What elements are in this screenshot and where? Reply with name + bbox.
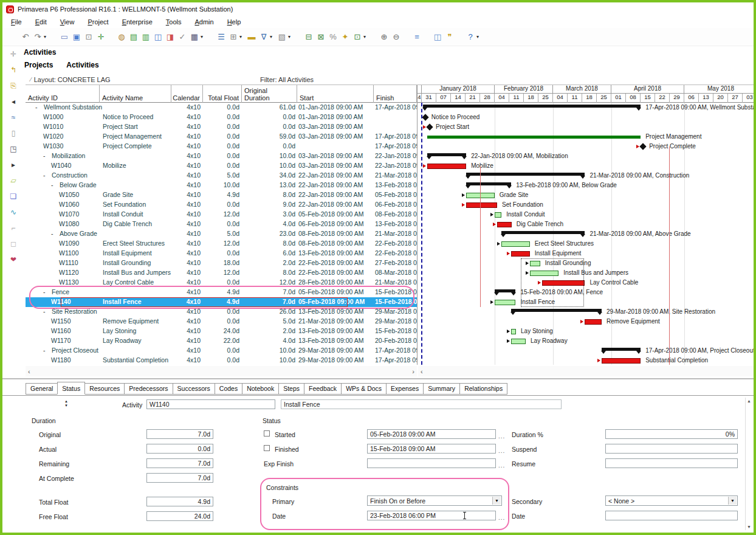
tab-expenses[interactable]: Expenses (386, 383, 424, 395)
rail-risks-icon[interactable]: ❤ (8, 255, 19, 265)
group-row[interactable]: -Above Grade4x105.0d23.0d08-Feb-2018 09:… (26, 229, 417, 239)
comment-icon[interactable]: ❞ (444, 32, 456, 41)
trace-logic-icon-dropdown[interactable]: ▾ (363, 34, 368, 40)
rail-roles-icon[interactable]: ◻ (8, 240, 19, 249)
details-vertical-scrollbar[interactable]: ▲ ▼ (745, 398, 752, 530)
details-scroll-down-icon[interactable]: ▼ (747, 525, 751, 529)
gantt-summary-row[interactable]: 22-Jan-2018 09:00 AM, Mobilization (418, 151, 754, 161)
gantt-summary-row[interactable]: 29-Mar-2018 09:00 AM, Site Restoration (418, 307, 754, 317)
layout-bar[interactable]: ∕ Layout: CONCRETE LAG (26, 74, 417, 85)
fit-icon[interactable]: ⊞ (227, 32, 239, 41)
task-bar[interactable] (495, 300, 515, 305)
summary-bar[interactable] (511, 309, 602, 312)
help-icon[interactable]: ? (464, 32, 476, 41)
tab-summary[interactable]: Summary (423, 383, 460, 395)
summary-bar[interactable] (466, 173, 585, 176)
expander-icon[interactable]: - (35, 103, 38, 111)
fit-icon-dropdown[interactable]: ▾ (239, 34, 244, 40)
gantt-activity-row[interactable]: Grade Site (418, 190, 754, 200)
free-float-field[interactable]: 24.0d (146, 511, 213, 521)
group-row[interactable]: -Construction4x105.0d34.0d22-Jan-2018 09… (26, 171, 417, 181)
column-header-finish[interactable]: Finish (374, 85, 417, 103)
constraint-date-field[interactable]: 23-Feb-2018 06:00 PM (367, 511, 496, 520)
column-header-calendar[interactable]: Calendar (171, 85, 203, 103)
usage-icon[interactable]: % (327, 32, 339, 41)
activity-row[interactable]: W1020Project Management4x100.0d59.0d03-J… (26, 132, 417, 142)
milestone-diamond[interactable] (422, 114, 428, 120)
columns-icon[interactable]: ▦ (188, 32, 201, 41)
secondary-date-field[interactable] (605, 511, 738, 520)
primary-constraint-dropdown-icon[interactable]: ▼ (492, 497, 501, 505)
gantt-activity-row[interactable]: Project Start (418, 122, 754, 132)
filter-icon[interactable]: ∇ (258, 32, 270, 41)
activity-row[interactable]: W1050Grade Site4x104.9d8.0d22-Jan-2018 0… (26, 190, 417, 200)
rail-collapse-icon[interactable]: ◂ (8, 97, 19, 107)
gantt-summary-row[interactable]: 15-Feb-2018 09:00 AM, Fence (418, 288, 754, 297)
task-bar[interactable] (585, 319, 602, 325)
filter-bar[interactable]: Filter: All Activities (260, 74, 314, 85)
layout-options-icon[interactable]: ∕ (30, 76, 32, 83)
expander-icon[interactable]: - (43, 308, 46, 315)
activity-row[interactable]: W1150Remove Equipment4x100.0d5.0d21-Mar-… (26, 317, 417, 326)
task-bar[interactable] (427, 136, 641, 139)
table-horizontal-scrollbar[interactable]: ‹ › (26, 366, 417, 376)
started-date-field[interactable]: 05-Feb-2018 09:00 AM (367, 429, 496, 439)
zoom-out-icon[interactable]: ⊖ (390, 32, 402, 41)
gantt-activity-row[interactable]: Project Management (418, 132, 754, 142)
export-icon[interactable]: ◨ (164, 32, 176, 41)
group-row[interactable]: -Below Grade4x1010.0d13.0d22-Jan-2018 09… (26, 181, 417, 190)
activity-row[interactable]: W1120Install Bus and Jumpers4x1012.0d8.0… (26, 268, 417, 278)
task-bar[interactable] (511, 251, 529, 257)
gantt-activity-row[interactable]: Lay Roadway (418, 336, 754, 346)
column-header-total-float[interactable]: Total Float (203, 85, 242, 103)
secondary-constraint-dropdown-icon[interactable]: ▼ (728, 497, 737, 505)
remaining-duration-field[interactable]: 7.0d (146, 458, 213, 468)
menu-enterprise[interactable]: Enterprise (122, 18, 153, 26)
help-icon-dropdown[interactable]: ▾ (476, 34, 481, 40)
activity-row[interactable]: W1080Dig Cable Trench4x100.0d4.0d06-Feb-… (26, 219, 417, 229)
tab-status[interactable]: Status (57, 382, 85, 395)
progress-line-icon[interactable]: ⊠ (315, 32, 327, 41)
column-header-activity-id[interactable]: Activity ID (26, 85, 100, 103)
original-duration-field[interactable]: 7.0d (146, 429, 213, 439)
highlight-icon[interactable]: ▬ (246, 32, 258, 41)
rail-back-icon[interactable]: ↰ (8, 66, 19, 75)
task-bar[interactable] (511, 339, 526, 344)
activity-row[interactable]: W1100Install Equipment4x100.0d6.0d13-Feb… (26, 249, 417, 258)
group-row[interactable]: -Fence4x104.9d7.0d05-Feb-2018 09:00 AM15… (26, 288, 417, 297)
expander-icon[interactable]: - (51, 230, 53, 237)
gantt-activity-row[interactable]: Install Conduit (418, 210, 754, 219)
spinner-up-icon[interactable]: ▲ (64, 399, 68, 404)
milestone-diamond[interactable] (426, 123, 433, 130)
gantt-scroll-left-icon[interactable]: ‹ (421, 368, 423, 375)
tab-relationships[interactable]: Relationships (459, 383, 507, 395)
rail-projects-icon[interactable]: ❏ (8, 192, 19, 202)
activity-id-field[interactable]: W1140 (146, 399, 275, 409)
tab-notebook[interactable]: Notebook (242, 383, 279, 395)
tab-codes[interactable]: Codes (215, 383, 242, 395)
group-row[interactable]: -Mobilization4x100.0d10.0d03-Jan-2018 09… (26, 151, 417, 161)
summary-bar[interactable] (423, 105, 641, 108)
view-tab-activities[interactable]: Activities (66, 61, 98, 69)
activity-row[interactable]: W1040Mobilize4x100.0d10.0d03-Jan-2018 09… (26, 161, 417, 171)
summary-bar[interactable] (466, 182, 512, 185)
group-row[interactable]: -Site Restoration4x100.0d26.0d13-Feb-201… (26, 307, 417, 317)
tab-successors[interactable]: Successors (173, 383, 215, 395)
gantt-activity-row[interactable]: Install Fence (418, 297, 754, 307)
rail-assignments-icon[interactable]: ∿ (8, 208, 19, 218)
expander-icon[interactable]: - (51, 181, 53, 188)
copy-icon[interactable]: ⊡ (83, 32, 95, 41)
forward-icon[interactable]: ↷ (32, 32, 44, 41)
gantt-activity-row[interactable]: Lay Control Cable (418, 278, 754, 288)
rail-expand-icon[interactable]: ▸ (8, 160, 19, 170)
gantt-summary-row[interactable]: 17-Apr-2018 09:00 AM, Wellmont Substatio… (418, 103, 754, 112)
delete-activity-icon[interactable]: ▣ (70, 32, 83, 41)
text-icon[interactable]: ≡ (411, 32, 423, 41)
tab-general[interactable]: General (26, 383, 58, 395)
task-bar[interactable] (602, 358, 641, 364)
started-date-browse-icon[interactable]: ... (498, 433, 505, 440)
activity-row[interactable]: W1110Install Grounding4x1018.0d2.0d22-Fe… (26, 258, 417, 268)
gantt-horizontal-scrollbar[interactable]: ‹ (418, 366, 754, 376)
forward-icon-dropdown[interactable]: ▾ (44, 34, 49, 40)
menu-file[interactable]: File (11, 18, 22, 26)
